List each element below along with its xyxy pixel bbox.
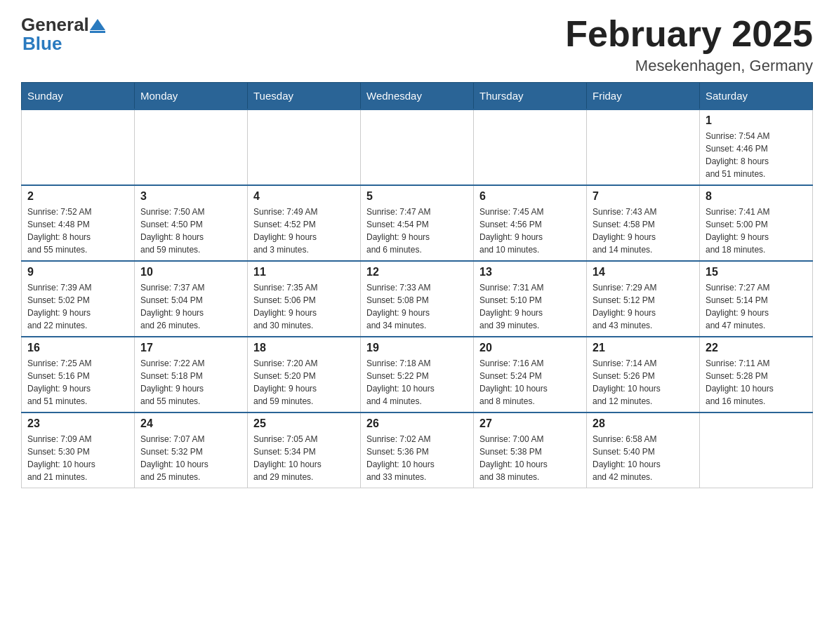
day-info: Sunrise: 7:18 AM Sunset: 5:22 PM Dayligh… <box>366 357 468 408</box>
calendar-week-2: 2Sunrise: 7:52 AM Sunset: 4:48 PM Daylig… <box>22 185 813 261</box>
day-info: Sunrise: 7:37 AM Sunset: 5:04 PM Dayligh… <box>140 281 241 332</box>
calendar-cell: 3Sunrise: 7:50 AM Sunset: 4:50 PM Daylig… <box>135 185 248 261</box>
day-info: Sunrise: 7:33 AM Sunset: 5:08 PM Dayligh… <box>366 281 468 332</box>
weekday-header-thursday: Thursday <box>474 83 587 110</box>
logo-blue-text: Blue <box>21 33 62 55</box>
svg-marker-0 <box>90 19 105 30</box>
day-info: Sunrise: 7:25 AM Sunset: 5:16 PM Dayligh… <box>27 357 128 408</box>
day-info: Sunrise: 7:31 AM Sunset: 5:10 PM Dayligh… <box>479 281 581 332</box>
day-number: 8 <box>706 190 807 203</box>
day-number: 12 <box>366 266 468 279</box>
day-number: 27 <box>479 417 581 430</box>
calendar-cell: 17Sunrise: 7:22 AM Sunset: 5:18 PM Dayli… <box>135 337 248 412</box>
day-number: 5 <box>366 190 468 203</box>
calendar-week-1: 1Sunrise: 7:54 AM Sunset: 4:46 PM Daylig… <box>22 109 813 185</box>
weekday-header-row: SundayMondayTuesdayWednesdayThursdayFrid… <box>22 83 813 110</box>
day-info: Sunrise: 7:07 AM Sunset: 5:32 PM Dayligh… <box>140 433 241 483</box>
calendar-cell: 27Sunrise: 7:00 AM Sunset: 5:38 PM Dayli… <box>474 412 587 488</box>
calendar-cell <box>248 109 361 185</box>
weekday-header-tuesday: Tuesday <box>248 83 361 110</box>
calendar-cell: 6Sunrise: 7:45 AM Sunset: 4:56 PM Daylig… <box>474 185 587 261</box>
logo-triangle-icon <box>90 16 105 34</box>
title-block: February 2025 Mesekenhagen, Germany <box>565 14 813 75</box>
calendar-week-3: 9Sunrise: 7:39 AM Sunset: 5:02 PM Daylig… <box>22 261 813 337</box>
calendar-cell: 4Sunrise: 7:49 AM Sunset: 4:52 PM Daylig… <box>248 185 361 261</box>
calendar-table: SundayMondayTuesdayWednesdayThursdayFrid… <box>21 82 813 488</box>
day-info: Sunrise: 7:52 AM Sunset: 4:48 PM Dayligh… <box>27 206 128 256</box>
day-info: Sunrise: 7:05 AM Sunset: 5:34 PM Dayligh… <box>253 433 355 483</box>
day-number: 3 <box>140 190 241 203</box>
day-number: 18 <box>253 342 355 354</box>
calendar-cell <box>700 412 813 488</box>
day-number: 23 <box>27 417 128 430</box>
day-number: 11 <box>253 266 355 279</box>
day-number: 1 <box>706 114 807 127</box>
calendar-cell: 19Sunrise: 7:18 AM Sunset: 5:22 PM Dayli… <box>361 337 474 412</box>
day-info: Sunrise: 7:45 AM Sunset: 4:56 PM Dayligh… <box>479 206 581 256</box>
day-number: 6 <box>479 190 581 203</box>
calendar-cell: 13Sunrise: 7:31 AM Sunset: 5:10 PM Dayli… <box>474 261 587 337</box>
day-info: Sunrise: 7:35 AM Sunset: 5:06 PM Dayligh… <box>253 281 355 332</box>
day-number: 24 <box>140 417 241 430</box>
day-number: 25 <box>253 417 355 430</box>
calendar-cell: 1Sunrise: 7:54 AM Sunset: 4:46 PM Daylig… <box>700 109 813 185</box>
day-info: Sunrise: 7:02 AM Sunset: 5:36 PM Dayligh… <box>366 433 468 483</box>
month-title: February 2025 <box>565 14 813 54</box>
day-number: 9 <box>27 266 128 279</box>
calendar-cell <box>474 109 587 185</box>
weekday-header-sunday: Sunday <box>22 83 135 110</box>
day-info: Sunrise: 7:00 AM Sunset: 5:38 PM Dayligh… <box>479 433 581 483</box>
day-info: Sunrise: 7:16 AM Sunset: 5:24 PM Dayligh… <box>479 357 581 408</box>
calendar-cell: 14Sunrise: 7:29 AM Sunset: 5:12 PM Dayli… <box>587 261 700 337</box>
day-number: 26 <box>366 417 468 430</box>
day-info: Sunrise: 7:54 AM Sunset: 4:46 PM Dayligh… <box>706 130 807 180</box>
logo: General Blue <box>21 14 106 55</box>
day-number: 28 <box>593 417 694 430</box>
day-info: Sunrise: 7:49 AM Sunset: 4:52 PM Dayligh… <box>253 206 355 256</box>
calendar-cell: 2Sunrise: 7:52 AM Sunset: 4:48 PM Daylig… <box>22 185 135 261</box>
day-number: 21 <box>593 342 694 354</box>
weekday-header-friday: Friday <box>587 83 700 110</box>
calendar-cell: 25Sunrise: 7:05 AM Sunset: 5:34 PM Dayli… <box>248 412 361 488</box>
calendar-cell: 5Sunrise: 7:47 AM Sunset: 4:54 PM Daylig… <box>361 185 474 261</box>
day-number: 14 <box>593 266 694 279</box>
calendar-week-4: 16Sunrise: 7:25 AM Sunset: 5:16 PM Dayli… <box>22 337 813 412</box>
page-header: General Blue February 2025 Mesekenhagen,… <box>21 14 813 75</box>
calendar-cell: 21Sunrise: 7:14 AM Sunset: 5:26 PM Dayli… <box>587 337 700 412</box>
weekday-header-saturday: Saturday <box>700 83 813 110</box>
weekday-header-wednesday: Wednesday <box>361 83 474 110</box>
day-info: Sunrise: 7:47 AM Sunset: 4:54 PM Dayligh… <box>366 206 468 256</box>
calendar-cell: 16Sunrise: 7:25 AM Sunset: 5:16 PM Dayli… <box>22 337 135 412</box>
day-info: Sunrise: 7:43 AM Sunset: 4:58 PM Dayligh… <box>593 206 694 256</box>
calendar-cell: 15Sunrise: 7:27 AM Sunset: 5:14 PM Dayli… <box>700 261 813 337</box>
weekday-header-monday: Monday <box>135 83 248 110</box>
day-info: Sunrise: 7:22 AM Sunset: 5:18 PM Dayligh… <box>140 357 241 408</box>
day-number: 15 <box>706 266 807 279</box>
calendar-cell <box>587 109 700 185</box>
calendar-cell: 18Sunrise: 7:20 AM Sunset: 5:20 PM Dayli… <box>248 337 361 412</box>
calendar-cell: 11Sunrise: 7:35 AM Sunset: 5:06 PM Dayli… <box>248 261 361 337</box>
day-number: 7 <box>593 190 694 203</box>
day-info: Sunrise: 7:20 AM Sunset: 5:20 PM Dayligh… <box>253 357 355 408</box>
calendar-cell <box>361 109 474 185</box>
day-info: Sunrise: 7:14 AM Sunset: 5:26 PM Dayligh… <box>593 357 694 408</box>
calendar-cell: 20Sunrise: 7:16 AM Sunset: 5:24 PM Dayli… <box>474 337 587 412</box>
svg-rect-1 <box>90 31 105 33</box>
day-number: 19 <box>366 342 468 354</box>
day-info: Sunrise: 6:58 AM Sunset: 5:40 PM Dayligh… <box>593 433 694 483</box>
day-info: Sunrise: 7:09 AM Sunset: 5:30 PM Dayligh… <box>27 433 128 483</box>
day-number: 20 <box>479 342 581 354</box>
calendar-cell: 23Sunrise: 7:09 AM Sunset: 5:30 PM Dayli… <box>22 412 135 488</box>
day-number: 22 <box>706 342 807 354</box>
day-info: Sunrise: 7:50 AM Sunset: 4:50 PM Dayligh… <box>140 206 241 256</box>
day-info: Sunrise: 7:29 AM Sunset: 5:12 PM Dayligh… <box>593 281 694 332</box>
calendar-cell: 24Sunrise: 7:07 AM Sunset: 5:32 PM Dayli… <box>135 412 248 488</box>
day-info: Sunrise: 7:41 AM Sunset: 5:00 PM Dayligh… <box>706 206 807 256</box>
day-number: 2 <box>27 190 128 203</box>
calendar-cell: 8Sunrise: 7:41 AM Sunset: 5:00 PM Daylig… <box>700 185 813 261</box>
calendar-cell: 12Sunrise: 7:33 AM Sunset: 5:08 PM Dayli… <box>361 261 474 337</box>
day-number: 10 <box>140 266 241 279</box>
calendar-cell: 10Sunrise: 7:37 AM Sunset: 5:04 PM Dayli… <box>135 261 248 337</box>
day-info: Sunrise: 7:39 AM Sunset: 5:02 PM Dayligh… <box>27 281 128 332</box>
calendar-cell: 22Sunrise: 7:11 AM Sunset: 5:28 PM Dayli… <box>700 337 813 412</box>
